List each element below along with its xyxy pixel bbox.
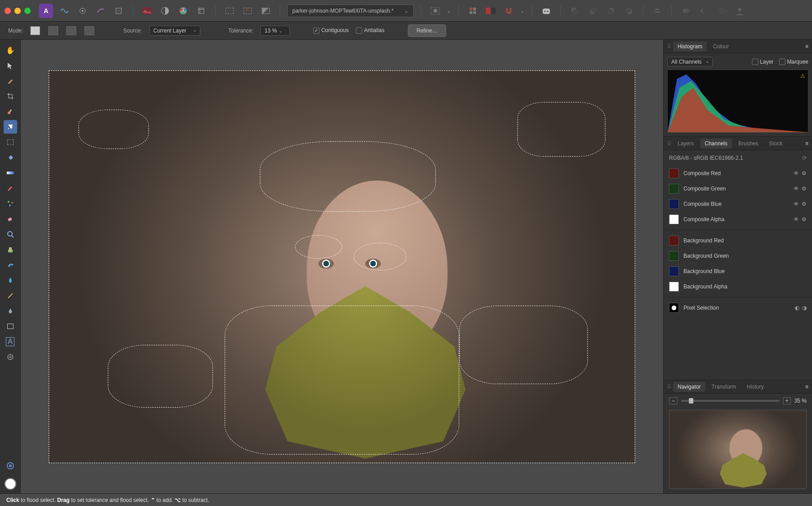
fullscreen-icon[interactable] (24, 8, 31, 14)
dodge-tool[interactable] (4, 289, 17, 302)
boolean-subtract-icon[interactable] (697, 4, 710, 18)
magnet-icon[interactable] (502, 4, 516, 18)
smudge-tool[interactable] (4, 258, 17, 272)
arrange-backward-icon[interactable] (586, 4, 600, 18)
source-select[interactable]: Current Layer (149, 26, 200, 36)
zoom-tool[interactable] (4, 227, 17, 241)
selection-brush-tool[interactable] (4, 105, 17, 118)
tab-navigator[interactable]: Navigator (673, 382, 705, 392)
mode-subtract-button[interactable] (66, 26, 76, 35)
channel-composite-green[interactable]: Composite Green👁⚙ (664, 181, 812, 196)
mask-icon[interactable]: ◐ (795, 305, 799, 311)
arrange-forward-icon[interactable] (604, 4, 618, 18)
visibility-icon[interactable]: 👁 (794, 201, 799, 207)
settings-icon[interactable]: ⚙ (802, 216, 807, 223)
contiguous-checkbox[interactable] (313, 28, 319, 34)
adjustments-icon[interactable] (158, 4, 172, 18)
minimize-icon[interactable] (14, 8, 21, 14)
canvas-area[interactable] (21, 40, 663, 493)
zoom-value[interactable]: 35 % (794, 398, 807, 404)
tab-colour[interactable]: Colour (709, 42, 734, 51)
channel-background-alpha[interactable]: Background Alpha (664, 279, 812, 294)
zoom-slider[interactable] (681, 400, 780, 402)
zoom-out-button[interactable]: − (669, 397, 678, 404)
crop-tool[interactable] (4, 89, 17, 103)
arrange-front-icon[interactable] (622, 4, 636, 18)
assets-icon[interactable] (194, 4, 208, 18)
flood-select-tool[interactable] (4, 120, 17, 134)
document-image[interactable] (49, 70, 635, 463)
quick-mask-icon[interactable] (4, 459, 17, 473)
layer-checkbox[interactable] (752, 59, 758, 65)
move-tool[interactable] (4, 59, 17, 72)
tab-layers[interactable]: Layers (673, 139, 698, 149)
persona-liquify-icon[interactable] (76, 4, 89, 18)
clone-tool[interactable] (4, 243, 17, 256)
channel-composite-alpha[interactable]: Composite Alpha👁⚙ (664, 212, 812, 227)
chevron-down-icon[interactable]: ⌄ (447, 8, 451, 14)
color-picker-tool[interactable] (4, 74, 17, 88)
visibility-icon[interactable]: 👁 (794, 216, 799, 223)
antialias-checkbox[interactable] (356, 28, 362, 34)
zoom-in-button[interactable]: + (783, 397, 791, 404)
stock-icon[interactable] (140, 4, 154, 18)
channel-pixel-selection[interactable]: Pixel Selection◐◑ (664, 300, 812, 316)
pixel-tool[interactable] (4, 197, 17, 210)
visibility-icon[interactable]: 👁 (794, 186, 799, 192)
account-icon[interactable] (733, 4, 747, 18)
marquee-checkbox[interactable] (779, 59, 785, 65)
channel-composite-blue[interactable]: Composite Blue👁⚙ (664, 196, 812, 212)
text-tool[interactable]: A (4, 335, 17, 348)
tab-channels[interactable]: Channels (700, 139, 732, 149)
hand-tool[interactable]: ✋ (4, 43, 17, 57)
chevron-down-icon[interactable]: ⌄ (520, 8, 525, 14)
selection-none-icon[interactable]: ✕ (241, 4, 254, 18)
tab-stock[interactable]: Stock (765, 139, 787, 149)
close-icon[interactable] (5, 8, 11, 14)
settings-icon[interactable]: ⚙ (802, 170, 807, 176)
snapping-icon[interactable] (484, 4, 498, 18)
channel-background-blue[interactable]: Background Blue (664, 264, 812, 279)
settings-icon[interactable]: ⚙ (802, 186, 807, 192)
selection-invert-icon[interactable] (259, 4, 272, 18)
selection-all-icon[interactable] (223, 4, 236, 18)
filename-field[interactable]: parker-johnson-MOPTew6XiTA-unsplash.* ⌄ (287, 5, 414, 17)
mesh-tool[interactable] (4, 350, 17, 364)
navigator-preview[interactable] (669, 410, 807, 489)
boolean-add-icon[interactable] (679, 4, 692, 18)
boolean-intersect-icon[interactable] (715, 4, 729, 18)
foreground-color-well[interactable] (5, 478, 16, 490)
histogram-channel-select[interactable]: All Channels (667, 57, 713, 67)
persona-photo-icon[interactable] (58, 4, 71, 18)
mode-add-button[interactable] (48, 26, 58, 35)
panel-menu-icon[interactable]: ≡ (805, 140, 808, 147)
persona-export-icon[interactable] (112, 4, 125, 18)
flood-fill-tool[interactable] (4, 151, 17, 164)
tab-histogram[interactable]: Histogram (673, 42, 707, 51)
tab-history[interactable]: History (743, 382, 768, 392)
panel-menu-icon[interactable]: ≡ (805, 43, 808, 50)
channel-background-red[interactable]: Background Red (664, 233, 812, 248)
visibility-icon[interactable]: 👁 (794, 170, 799, 176)
channel-background-green[interactable]: Background Green (664, 248, 812, 264)
panel-grip-icon[interactable]: ⠿ (667, 384, 671, 390)
assistant-icon[interactable] (540, 4, 553, 18)
tab-transform[interactable]: Transform (707, 382, 740, 392)
marquee-tool[interactable] (4, 135, 17, 149)
refine-button[interactable]: Refine… (408, 24, 446, 37)
shape-tool[interactable] (4, 320, 17, 333)
invert-icon[interactable]: ◑ (802, 305, 807, 311)
settings-icon[interactable]: ⚙ (802, 201, 807, 207)
blur-tool[interactable] (4, 274, 17, 287)
erase-tool[interactable] (4, 212, 17, 226)
arrange-back-icon[interactable] (568, 4, 581, 18)
tab-brushes[interactable]: Brushes (734, 139, 763, 149)
mode-new-button[interactable] (30, 26, 40, 35)
grid-guides-icon[interactable] (466, 4, 480, 18)
record-icon[interactable] (429, 4, 442, 18)
color-wheel-icon[interactable] (176, 4, 190, 18)
paint-brush-tool[interactable] (4, 181, 17, 195)
align-left-icon[interactable] (651, 4, 664, 18)
pen-tool[interactable] (4, 304, 17, 318)
panel-menu-icon[interactable]: ≡ (805, 384, 808, 390)
